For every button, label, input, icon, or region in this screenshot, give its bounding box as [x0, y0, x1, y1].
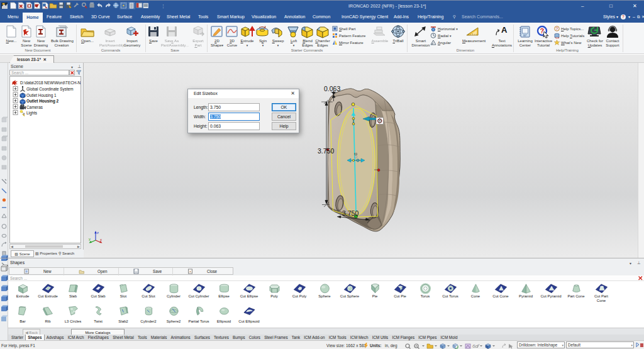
svg-text:?: ?	[556, 26, 558, 31]
svg-text:0.063: 0.063	[324, 85, 340, 92]
svg-text:6d: 6d	[472, 343, 478, 349]
svg-text:z: z	[97, 231, 99, 235]
svg-text:*: *	[76, 70, 77, 74]
svg-text:69: 69	[354, 153, 358, 156]
svg-text:3.750: 3.750	[318, 147, 334, 155]
svg-text:A: A	[501, 25, 508, 35]
svg-text:y: y	[89, 237, 91, 241]
svg-text:3.750: 3.750	[342, 209, 358, 217]
svg-text:x: x	[100, 238, 102, 241]
